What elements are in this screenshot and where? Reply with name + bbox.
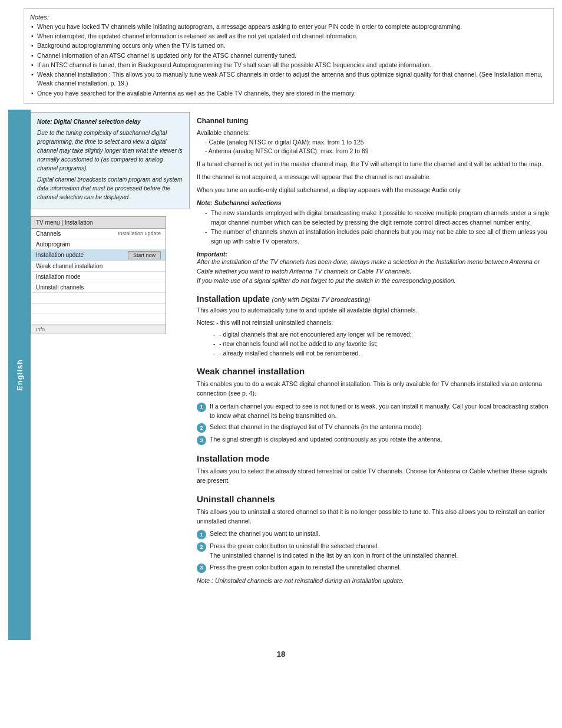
tv-menu-row-channels: Channels Installation update: [31, 229, 166, 239]
notes-item: Weak channel installation : This allows …: [30, 70, 547, 88]
cable-line: - Cable (analog NTSC or digital QAM): ma…: [197, 139, 364, 146]
subchannel-item-1: The number of channels shown at installa…: [203, 228, 554, 246]
digital-note-title: Note: Digital Channel selection delay: [37, 117, 183, 126]
subchannel-note-title: Note: Subchannel selections: [197, 199, 554, 206]
notes-item: Once you have searched for the available…: [30, 89, 547, 98]
important-para-1: If you make use of a signal splitter do …: [197, 276, 554, 286]
notes-item: When you have locked TV channels while i…: [30, 22, 547, 31]
installation-note-1: - new channels found will not be added t…: [203, 340, 554, 349]
left-panel: Note: Digital Channel selection delay Du…: [31, 110, 190, 640]
notes-intro: - this will not reinstall uninstalled ch…: [216, 319, 333, 326]
digital-note-box: Note: Digital Channel selection delay Du…: [31, 112, 190, 209]
channel-tuning-para3: When you tune an audio-only digital subc…: [197, 186, 554, 195]
notes-item: When interrupted, the updated channel in…: [30, 32, 547, 41]
weak-channel-step-3: 3 The signal strength is displayed and u…: [197, 435, 554, 445]
tv-menu-row-installation-mode[interactable]: Installation mode: [31, 272, 166, 282]
installation-note-2: - already installed channels will not be…: [203, 349, 554, 358]
notes-item: If an NTSC channel is tuned, then in Bac…: [30, 61, 547, 70]
uninstall-step-2: 2 Press the green color button to uninst…: [197, 542, 554, 561]
weak-channel-step-2: 2 Select that channel in the displayed l…: [197, 423, 554, 433]
installation-update-title: Installation update (only with Digital T…: [197, 294, 554, 304]
tv-menu-row-weak-channel[interactable]: Weak channel installation: [31, 261, 166, 272]
step-number-3: 3: [197, 436, 206, 445]
antenna-line: - Antenna (analog NTSC or digital ATSC):…: [197, 147, 369, 154]
tv-menu-row-uninstall-channels[interactable]: Uninstall channels: [31, 282, 166, 293]
installation-notes-list: - digital channels that are not encounte…: [203, 330, 554, 358]
tv-menu-action-channels: Installation update: [118, 230, 161, 236]
tv-menu-row-empty-3: [31, 314, 166, 325]
tv-menu-label-autoprogram: Autoprogram: [36, 241, 70, 248]
step-number-2: 2: [197, 423, 206, 433]
page-number: 18: [0, 650, 562, 658]
notes-item: Background autoprogramming occurs only w…: [30, 41, 547, 50]
start-now-button[interactable]: Start now: [128, 251, 161, 259]
installation-update-para: This allows you to automatically tune to…: [197, 306, 554, 315]
subchannel-list: The new standards employed with digital …: [203, 209, 554, 246]
weak-channel-para: This enables you to do a weak ATSC digit…: [197, 380, 554, 398]
tv-menu-row-installation-update[interactable]: Installation update Start now: [31, 250, 166, 261]
tv-menu-label-uninstall-channels: Uninstall channels: [36, 284, 84, 291]
uninstall-channels-para: This allows you to uninstall a stored ch…: [197, 508, 554, 526]
channel-tuning-title: Channel tuning: [197, 117, 554, 125]
important-title: Important:: [197, 251, 554, 258]
tv-menu-box: TV menu | Installation Channels Installa…: [31, 216, 166, 334]
tv-menu-header: TV menu | Installation: [31, 217, 166, 229]
notes-list: When you have locked TV channels while i…: [30, 22, 547, 98]
step-number-1: 1: [197, 403, 206, 412]
uninstall-step-number-3: 3: [197, 564, 206, 573]
installation-note-0: - digital channels that are not encounte…: [203, 330, 554, 340]
important-para-0: After the installation of the TV channel…: [197, 258, 554, 276]
tv-menu-label-installation-update: Installation update: [36, 252, 84, 258]
uninstall-step-1: 1 Select the channel you want to uninsta…: [197, 529, 554, 539]
installation-update-notes: Notes: - this will not reinstall uninsta…: [197, 318, 554, 358]
tv-menu-label-weak-channel: Weak channel installation: [36, 263, 103, 269]
subchannel-item-0: The new standards employed with digital …: [203, 209, 554, 228]
tv-menu-row-empty-2: [31, 304, 166, 314]
top-notes-box: Notes: When you have locked TV channels …: [24, 8, 554, 104]
notes-label: Notes:: [197, 319, 214, 326]
important-section: Important: After the installation of the…: [197, 251, 554, 285]
digital-note-para-1: Due to the tuning complexity of subchann…: [37, 129, 183, 173]
available-channels-label: Available channels: - Cable (analog NTSC…: [197, 129, 554, 156]
tv-menu-label-channels: Channels: [36, 230, 61, 237]
uninstall-channels-title: Uninstall channels: [197, 494, 554, 504]
uninstall-step-3: 3 Press the green color button again to …: [197, 563, 554, 573]
subchannel-note: Note: Subchannel selections The new stan…: [197, 199, 554, 246]
installation-update-subtitle: (only with Digital TV broadcasting): [272, 296, 371, 303]
weak-channel-steps: 1 If a certain channel you expect to see…: [197, 402, 554, 446]
installation-mode-para: This allows you to select the already st…: [197, 467, 554, 486]
weak-channel-step-1: 1 If a certain channel you expect to see…: [197, 402, 554, 421]
right-panel: Channel tuning Available channels: - Cab…: [197, 110, 554, 640]
tv-menu-row-empty-1: [31, 293, 166, 304]
sidebar-label: English: [15, 359, 24, 391]
notes-title: Notes:: [30, 14, 547, 21]
tv-menu-row-autoprogram: Autoprogram: [31, 239, 166, 250]
sidebar: English: [8, 110, 31, 640]
uninstall-step-number-1: 1: [197, 530, 206, 539]
main-content: English Note: Digital Channel selection …: [8, 110, 554, 640]
installation-mode-title: Installation mode: [197, 453, 554, 463]
uninstall-step-number-2: 2: [197, 542, 206, 552]
tv-menu-footer: Info: [31, 325, 166, 334]
digital-note-para-2: Digital channel broadcasts contain progr…: [37, 175, 183, 202]
channel-tuning-para1: If a tuned channel is not yet in the mas…: [197, 160, 554, 169]
weak-channel-title: Weak channel installation: [197, 366, 554, 376]
page: Notes: When you have locked TV channels …: [0, 8, 562, 728]
uninstall-steps: 1 Select the channel you want to uninsta…: [197, 529, 554, 573]
channel-tuning-para2: If the channel is not acquired, a messag…: [197, 173, 554, 182]
notes-item: Channel information of an ATSC channel i…: [30, 51, 547, 60]
uninstall-note-footer: Note : Uninstalled channels are not rein…: [197, 577, 554, 586]
tv-menu-label-installation-mode: Installation mode: [36, 274, 81, 280]
